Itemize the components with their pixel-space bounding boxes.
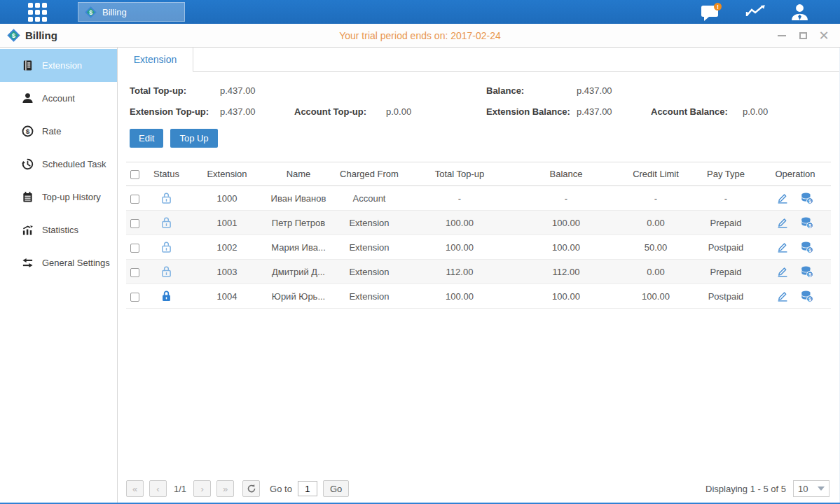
tabbar: Extension bbox=[118, 48, 839, 72]
next-page-button[interactable]: › bbox=[193, 480, 211, 497]
cell-status bbox=[144, 211, 189, 235]
cell-status bbox=[144, 235, 189, 260]
goto-page-input[interactable] bbox=[298, 481, 317, 496]
tab-extension[interactable]: Extension bbox=[118, 48, 193, 72]
cell-charged-from: Account bbox=[332, 186, 406, 211]
billing-window-icon: $ bbox=[7, 29, 20, 42]
edit-button[interactable]: Edit bbox=[130, 129, 163, 148]
cell-total-top-up: 100.00 bbox=[406, 284, 513, 309]
prev-page-button[interactable]: ‹ bbox=[149, 480, 167, 497]
sidebar-item-scheduled-task[interactable]: Scheduled Task bbox=[0, 148, 117, 181]
cell-extension: 1001 bbox=[189, 211, 265, 235]
cell-extension: 1002 bbox=[189, 235, 265, 260]
taskbar-tab-billing[interactable]: $ Billing bbox=[78, 2, 185, 22]
reports-chart-icon[interactable] bbox=[745, 4, 766, 20]
column-header: Operation bbox=[759, 162, 831, 186]
top-up-icon[interactable]: $ bbox=[801, 192, 813, 204]
edit-icon[interactable] bbox=[777, 266, 788, 277]
table-row: 1004Юрий Юрь...Extension100.00100.00100.… bbox=[126, 284, 831, 309]
main-content: Extension Total Top-up: p.437.00 Extensi… bbox=[118, 48, 840, 503]
cell-credit-limit: - bbox=[619, 186, 692, 211]
account-icon bbox=[21, 92, 34, 104]
svg-text:$: $ bbox=[89, 8, 92, 15]
top-up-icon[interactable]: $ bbox=[801, 217, 813, 229]
edit-icon[interactable] bbox=[777, 290, 788, 302]
page-size-value: 10 bbox=[798, 484, 808, 494]
chevron-down-icon bbox=[818, 486, 825, 491]
sidebar-item-label: Scheduled Task bbox=[42, 159, 106, 169]
scheduled-task-icon bbox=[21, 158, 34, 170]
cell-operation: $ bbox=[759, 211, 831, 235]
go-button[interactable]: Go bbox=[323, 480, 349, 497]
edit-icon[interactable] bbox=[777, 192, 788, 204]
taskbar-icons: ! bbox=[701, 3, 840, 22]
lock-open-icon bbox=[161, 192, 172, 204]
window-titlebar: $ Billing Your trial period ends on: 201… bbox=[0, 24, 840, 48]
maximize-icon[interactable] bbox=[798, 31, 808, 41]
balance-value: p.437.00 bbox=[577, 85, 651, 96]
sidebar-item-rate[interactable]: $Rate bbox=[0, 115, 117, 148]
cell-charged-from: Extension bbox=[332, 211, 406, 235]
cell-name: Петр Петров bbox=[265, 211, 332, 235]
cell-balance: 100.00 bbox=[513, 235, 619, 260]
top-up-icon[interactable]: $ bbox=[801, 290, 813, 302]
sidebar-item-account[interactable]: Account bbox=[0, 82, 117, 115]
table-row: 1003Дмитрий Д...Extension112.00112.000.0… bbox=[126, 260, 831, 284]
extension-balance-value: p.437.00 bbox=[577, 106, 651, 117]
account-balance-value: p.0.00 bbox=[743, 106, 817, 117]
row-checkbox[interactable] bbox=[130, 195, 139, 204]
row-checkbox[interactable] bbox=[130, 293, 139, 302]
edit-icon[interactable] bbox=[777, 241, 788, 253]
account-top-up-value: p.0.00 bbox=[386, 106, 460, 117]
table-body: 1000Иван ИвановAccount----$1001Петр Петр… bbox=[126, 186, 831, 309]
column-header: Credit Limit bbox=[619, 162, 692, 186]
app-body: ExtensionAccount$RateScheduled TaskTop-u… bbox=[0, 48, 840, 503]
top-up-icon[interactable]: $ bbox=[801, 241, 813, 253]
billing-window: $ Billing ! $ Billing Your trial period … bbox=[0, 0, 840, 504]
sidebar: ExtensionAccount$RateScheduled TaskTop-u… bbox=[0, 48, 118, 503]
row-checkbox[interactable] bbox=[130, 244, 139, 253]
first-page-button[interactable]: « bbox=[126, 480, 144, 497]
row-checkbox[interactable] bbox=[130, 268, 139, 277]
refresh-button[interactable] bbox=[242, 480, 260, 497]
cell-balance: 112.00 bbox=[513, 260, 619, 284]
cell-select bbox=[126, 260, 144, 284]
cell-total-top-up: 100.00 bbox=[406, 235, 513, 260]
extension-table: StatusExtensionNameCharged FromTotal Top… bbox=[126, 162, 831, 309]
edit-icon[interactable] bbox=[777, 217, 788, 228]
minimize-icon[interactable] bbox=[777, 31, 787, 41]
sidebar-item-extension[interactable]: Extension bbox=[0, 49, 117, 82]
messages-icon[interactable]: ! bbox=[701, 3, 722, 21]
cell-name: Мария Ива... bbox=[265, 235, 332, 260]
cell-select bbox=[126, 186, 144, 211]
sidebar-item-label: General Settings bbox=[42, 258, 110, 268]
top-up-icon[interactable]: $ bbox=[801, 266, 813, 278]
column-header: Balance bbox=[513, 162, 619, 186]
rate-icon: $ bbox=[21, 125, 34, 137]
page-indicator: 1/1 bbox=[174, 484, 186, 494]
sidebar-item-statistics[interactable]: Statistics bbox=[0, 214, 117, 246]
lock-open-icon bbox=[161, 216, 172, 229]
top-up-button[interactable]: Top Up bbox=[170, 129, 217, 148]
account-top-up-label: Account Top-up: bbox=[294, 106, 386, 117]
last-page-button[interactable]: » bbox=[216, 480, 234, 497]
table-header: StatusExtensionNameCharged FromTotal Top… bbox=[126, 162, 831, 186]
page-size-select[interactable]: 10 bbox=[793, 480, 829, 497]
app-grid-button[interactable] bbox=[25, 0, 50, 24]
cell-extension: 1004 bbox=[189, 284, 265, 309]
row-checkbox[interactable] bbox=[130, 219, 139, 228]
cell-operation: $ bbox=[759, 235, 831, 260]
column-header: Status bbox=[144, 162, 189, 186]
sidebar-item-label: Top-up History bbox=[42, 192, 101, 202]
billing-app-icon: $ bbox=[85, 6, 97, 18]
select-all-checkbox[interactable] bbox=[130, 170, 139, 179]
close-icon[interactable]: ✕ bbox=[819, 31, 829, 41]
cell-total-top-up: 112.00 bbox=[406, 260, 513, 284]
cell-extension: 1000 bbox=[189, 186, 265, 211]
balance-label: Balance: bbox=[486, 85, 577, 96]
sidebar-item-top-up-history[interactable]: Top-up History bbox=[0, 181, 117, 214]
top-up-history-icon bbox=[21, 191, 34, 203]
user-account-icon[interactable] bbox=[790, 3, 809, 22]
sidebar-item-general-settings[interactable]: General Settings bbox=[0, 246, 117, 279]
cell-name: Иван Иванов bbox=[265, 186, 332, 211]
